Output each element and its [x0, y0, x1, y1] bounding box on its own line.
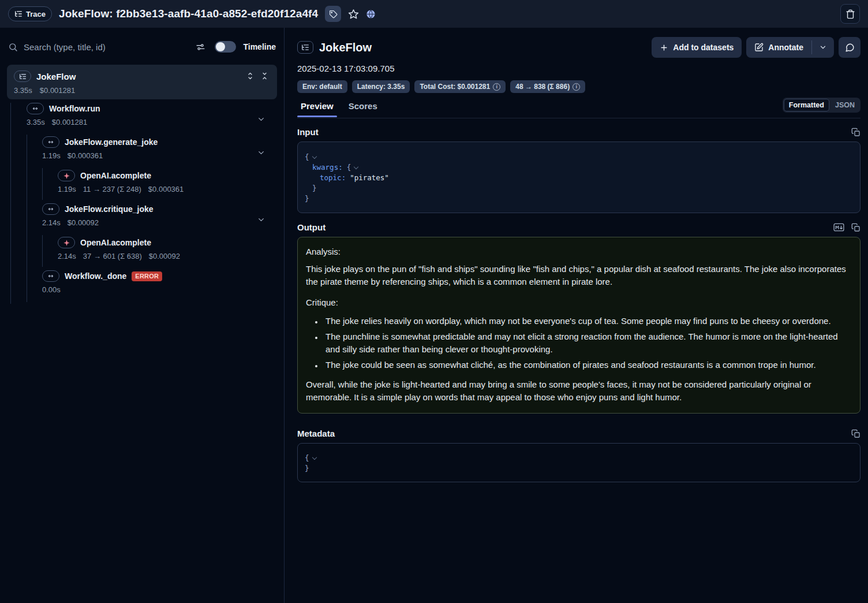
observation-duration: 2.14s: [58, 252, 76, 260]
observation-name: OpenAI.acomplete: [80, 171, 151, 180]
tree-row[interactable]: JokeFlow.generate_joke 1.19s $0.000361: [0, 136, 284, 170]
trash-icon: [845, 9, 855, 19]
generation-sparkle-icon: [58, 170, 75, 181]
observation-duration: 0.00s: [42, 285, 61, 294]
timeline-toggle[interactable]: [215, 41, 236, 53]
trace-title: JokeFlow: [319, 41, 372, 54]
search-input[interactable]: [24, 42, 190, 52]
json-key: topic:: [320, 173, 346, 183]
error-status-badge: ERROR: [132, 271, 162, 281]
tab-preview[interactable]: Preview: [301, 101, 334, 117]
tree-row[interactable]: Workflow._done ERROR 0.00s: [0, 270, 284, 304]
trace-root-name: JokeFlow: [36, 72, 76, 81]
search-row: Timeline: [8, 37, 276, 57]
plus-icon: [660, 43, 668, 52]
observation-name: Workflow._done: [65, 271, 126, 281]
copy-icon[interactable]: [851, 128, 860, 137]
trace-root-item[interactable]: JokeFlow 3.35s $0.001281: [7, 65, 277, 99]
token-usage-badge: 48 → 838 (Σ 886) i: [510, 80, 585, 93]
copy-icon[interactable]: [851, 223, 860, 232]
collapse-caret-icon[interactable]: [312, 154, 316, 158]
comment-bubble-icon: [845, 43, 855, 53]
chevron-down-icon[interactable]: [257, 215, 265, 224]
toggle-knob: [216, 42, 225, 51]
star-icon: [348, 9, 359, 20]
annotate-label: Annotate: [768, 43, 803, 52]
observation-name: Workflow.run: [49, 104, 100, 113]
markdown-icon[interactable]: [833, 223, 844, 232]
tree-row[interactable]: Workflow.run 3.35s $0.001281: [0, 103, 284, 136]
info-icon: i: [573, 83, 580, 91]
total-cost-badge: Total Cost: $0.001281 i: [414, 80, 506, 93]
tab-scores[interactable]: Scores: [349, 101, 377, 117]
json-key: kwargs:: [312, 162, 343, 173]
chevron-down-icon[interactable]: [257, 148, 265, 157]
public-button[interactable]: [366, 9, 376, 19]
tag-icon: [329, 10, 338, 18]
info-icon: i: [493, 83, 500, 91]
observation-cost: $0.000361: [68, 151, 103, 160]
star-button[interactable]: [348, 9, 359, 20]
trace-type-pill: [14, 70, 31, 82]
filter-sliders-icon[interactable]: [196, 42, 205, 52]
globe-icon: [366, 9, 376, 19]
comments-button[interactable]: [839, 37, 860, 58]
page-title: JokeFlow: f2bb3e13-aafb-41a0-a852-efd20f…: [59, 8, 318, 20]
json-brace: }: [305, 463, 309, 474]
latency-badge: Latency: 3.35s: [352, 80, 410, 93]
json-string-value: "pirates": [350, 173, 389, 183]
generation-sparkle-icon: [58, 237, 75, 248]
observation-tokens: 37 → 601 (Σ 638): [83, 252, 142, 260]
env-badge: Env: default: [297, 80, 347, 93]
critique-heading: Critique:: [306, 296, 852, 309]
search-icon: [8, 42, 18, 52]
span-arrow-icon: [42, 270, 59, 282]
critique-item: The joke relies heavily on wordplay, whi…: [323, 315, 852, 327]
span-arrow-icon: [42, 136, 59, 148]
critique-list: The joke relies heavily on wordplay, whi…: [306, 315, 852, 371]
unfold-vertical-icon[interactable]: [246, 72, 255, 80]
json-brace: {: [305, 152, 309, 162]
fold-vertical-icon[interactable]: [260, 72, 269, 80]
delete-trace-button[interactable]: [840, 4, 860, 24]
add-to-datasets-button[interactable]: Add to datasets: [652, 37, 742, 58]
metadata-json-viewer[interactable]: { }: [297, 443, 860, 482]
copy-icon[interactable]: [851, 429, 860, 438]
trace-duration: 3.35s: [14, 86, 32, 95]
add-to-datasets-label: Add to datasets: [673, 43, 734, 52]
trace-tree-sidebar: Timeline JokeFlow 3.35s $0.001281: [0, 28, 285, 603]
observation-tree: Workflow.run 3.35s $0.001281 JokeFlow.ge…: [0, 103, 284, 306]
output-markdown-viewer: Analysis: This joke plays on the pun of …: [297, 237, 860, 414]
json-brace: }: [305, 193, 309, 204]
annotate-dropdown-chevron[interactable]: [812, 37, 834, 58]
input-section-title: Input: [297, 127, 319, 137]
critique-item: The punchline is somewhat predictable an…: [323, 330, 852, 356]
collapse-caret-icon[interactable]: [312, 455, 316, 459]
observation-name: JokeFlow.generate_joke: [65, 137, 158, 147]
tree-row[interactable]: OpenAI.acomplete 2.14s 37 → 601 (Σ 638) …: [0, 237, 284, 270]
tag-button[interactable]: [325, 6, 341, 22]
tree-row[interactable]: OpenAI.acomplete 1.19s 11 → 237 (Σ 248) …: [0, 170, 284, 203]
span-arrow-icon: [42, 203, 59, 215]
annotate-button-group: Annotate: [746, 37, 834, 58]
summary-text: Overall, while the joke is light-hearted…: [306, 378, 852, 404]
chevron-down-icon[interactable]: [257, 115, 265, 124]
observation-name: OpenAI.acomplete: [80, 238, 151, 247]
trace-timestamp: 2025-02-13 17:03:09.705: [297, 64, 860, 73]
tree-row[interactable]: JokeFlow.critique_joke 2.14s $0.00092: [0, 203, 284, 237]
observation-duration: 2.14s: [42, 218, 61, 227]
critique-item: The joke could be seen as somewhat clich…: [323, 359, 852, 371]
list-tree-icon: [14, 10, 23, 18]
observation-duration: 1.19s: [58, 185, 76, 193]
observation-cost: $0.00092: [68, 218, 99, 227]
annotate-button[interactable]: Annotate: [746, 37, 811, 58]
timeline-label: Timeline: [243, 42, 276, 51]
format-json-option[interactable]: JSON: [830, 99, 859, 111]
observation-cost: $0.000361: [148, 185, 184, 193]
span-arrow-icon: [27, 103, 44, 114]
annotate-pen-icon: [754, 43, 764, 52]
observation-duration: 3.35s: [27, 118, 45, 126]
format-formatted-option[interactable]: Formatted: [784, 99, 829, 111]
collapse-caret-icon[interactable]: [354, 164, 358, 169]
input-json-viewer[interactable]: { kwargs:{ topic:"pirates" } }: [297, 142, 860, 213]
